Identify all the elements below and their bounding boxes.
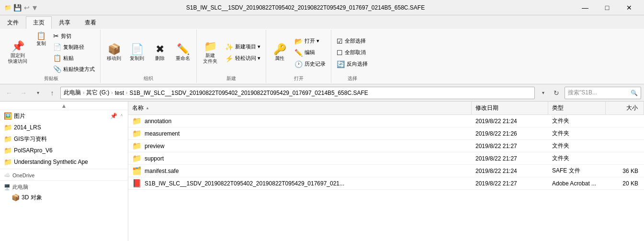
col-header-date[interactable]: 修改日期 [472, 102, 548, 115]
select-none-button[interactable]: ☐ 全部取消 [334, 47, 370, 58]
easy-access-button[interactable]: ⚡ 轻松访问 ▾ [223, 53, 263, 64]
file-item-manifest[interactable]: 🗂️ manifest.safe 2019/8/22 21:24 SAFE 文件… [128, 165, 644, 177]
sidebar-section-thispc[interactable]: 🖥️ 此电脑 [0, 182, 128, 192]
history-button[interactable]: 🕐 历史记录 [292, 59, 328, 69]
new-folder-icon: 📁 [204, 41, 217, 52]
window-title: S1B_IW_SLC__1SDV_20190822T095402_2019082… [37, 4, 574, 11]
file-name-measurement: measurement [145, 130, 180, 137]
computer-icon: 🖥️ [4, 184, 11, 190]
refresh-button[interactable]: ↻ [550, 87, 563, 99]
close-button[interactable]: ✕ [618, 0, 640, 15]
sidebar-section-onedrive[interactable]: ☁️ OneDrive [0, 170, 128, 179]
file-name-pdf: S1B_IW_SLC__1SDV_20190822T095402_2019082… [145, 180, 344, 187]
organize-buttons: 📦 移动到 📄 复制到 ✖ 删除 ✏️ 重命名 [103, 31, 193, 74]
delete-button[interactable]: ✖ 删除 [149, 43, 170, 63]
col-header-type[interactable]: 类型 [548, 102, 606, 115]
sidebar-item-understanding[interactable]: 📁 Understanding Synthetic Ape [0, 156, 128, 168]
chevron-icon: ＾ [119, 113, 124, 119]
back-button[interactable]: ← [3, 87, 15, 99]
file-item-support[interactable]: 📁 support 2019/8/22 21:27 文件夹 [128, 152, 644, 165]
file-name-annotation: annotation [145, 118, 171, 125]
scroll-up-indicator[interactable]: ▲ [0, 102, 128, 110]
pin-to-quick-access-button[interactable]: 📌 固定到快速访问 [5, 40, 31, 66]
ribbon-group-clipboard: 📌 固定到快速访问 📋 复制 ✂ 剪切 [2, 30, 101, 83]
sidebar-item-gis[interactable]: 📁 GIS学习资料 [0, 133, 128, 145]
sidebar-item-3d[interactable]: 📦 3D 对象 [0, 192, 128, 203]
rename-button[interactable]: ✏️ 重命名 [172, 43, 193, 63]
forward-button[interactable]: → [17, 87, 30, 99]
invert-selection-button[interactable]: 🔄 反向选择 [334, 59, 370, 69]
sidebar-divider-1 [0, 169, 128, 169]
file-item-preview[interactable]: 📁 preview 2019/8/22 21:27 文件夹 [128, 140, 644, 152]
sidebar-item-2014lrs[interactable]: 📁 2014_LRS [0, 122, 128, 133]
file-date-support: 2019/8/22 21:27 [472, 155, 548, 162]
copy-path-button[interactable]: 📄 复制路径 [51, 42, 97, 52]
delete-icon: ✖ [156, 44, 164, 55]
cut-button[interactable]: ✂ 剪切 [51, 31, 97, 41]
breadcrumb-test[interactable]: test [115, 90, 124, 96]
pin-icon[interactable]: 📌 [110, 113, 117, 119]
file-item-annotation[interactable]: 📁 annotation 2019/8/22 21:24 文件夹 [128, 115, 644, 127]
recent-locations-button[interactable]: ▾ [32, 87, 44, 99]
sidebar-item-polsarpro[interactable]: 📁 PolSARpro_V6 [0, 145, 128, 156]
paste-shortcut-button[interactable]: 📎 粘贴快捷方式 [51, 64, 97, 74]
col-header-name[interactable]: 名称 ▲ [128, 102, 472, 115]
dropdown-arrow[interactable]: ▾ [33, 2, 37, 13]
file-name-manifest: manifest.safe [145, 168, 179, 174]
paste-button[interactable]: 📋 粘贴 [51, 53, 97, 63]
open-buttons: 🔑 属性 📂 打开 ▾ ✏️ 编辑 🕐 历史记录 [269, 31, 328, 74]
minimize-button[interactable]: — [574, 0, 596, 15]
file-item-measurement[interactable]: 📁 measurement 2019/8/22 21:26 文件夹 [128, 127, 644, 140]
breadcrumb-g[interactable]: 其它 (G:) [86, 89, 109, 97]
file-list-header: 名称 ▲ 修改日期 类型 大小 [128, 102, 644, 115]
sidebar-item-pictures[interactable]: 🖼️ 图片 📌 ＾ [0, 110, 128, 122]
copy-path-icon: 📄 [53, 43, 61, 51]
tab-file[interactable]: 文件 [0, 16, 26, 29]
up-button[interactable]: ↑ [46, 87, 58, 99]
new-item-button[interactable]: ✨ 新建项目 ▾ [223, 42, 263, 52]
move-to-button[interactable]: 📦 移动到 [103, 43, 124, 63]
new-group-label: 新建 [226, 74, 236, 82]
maximize-button[interactable]: □ [596, 0, 618, 15]
clipboard-group-label: 剪贴板 [44, 74, 58, 82]
ribbon-group-select: ☑ 全部选择 ☐ 全部取消 🔄 反向选择 选择 [331, 30, 373, 83]
sidebar-label-understanding: Understanding Synthetic Ape [14, 159, 124, 165]
tab-home[interactable]: 主页 [26, 16, 52, 29]
title-bar: 📁 💾 ↩ ▾ S1B_IW_SLC__1SDV_20190822T095402… [0, 0, 644, 15]
safe-file-icon: 🗂️ [132, 166, 142, 175]
onedrive-label: OneDrive [12, 172, 34, 178]
folder-icon-polsar: 📁 [4, 147, 12, 154]
pdf-icon: 📕 [132, 179, 142, 188]
open-group-label: 打开 [294, 74, 304, 82]
open-button[interactable]: 📂 打开 ▾ [292, 36, 328, 46]
tab-view[interactable]: 查看 [78, 16, 103, 29]
address-path[interactable]: 此电脑 › 其它 (G:) › test › S1B_IW_SLC__1SDV_… [60, 87, 535, 99]
pictures-icon: 🖼️ [4, 112, 12, 120]
dropdown-path-button[interactable]: ▾ [537, 87, 549, 99]
properties-button[interactable]: 🔑 属性 [269, 43, 290, 63]
new-folder-button[interactable]: 📁 新建文件夹 [200, 40, 221, 66]
select-all-button[interactable]: ☑ 全部选择 [334, 36, 370, 46]
select-none-icon: ☐ [337, 49, 343, 57]
file-list: 名称 ▲ 修改日期 类型 大小 📁 annotation 2019/8/22 2… [128, 102, 644, 241]
organize-group-label: 组织 [144, 74, 153, 82]
edit-button[interactable]: ✏️ 编辑 [292, 47, 328, 58]
select-group-label: 选择 [348, 74, 357, 82]
copy-button[interactable]: 📋 复制 [33, 31, 50, 74]
clipboard-large-buttons: 📌 固定到快速访问 📋 复制 ✂ 剪切 [5, 31, 97, 74]
file-size-manifest: 36 KB [606, 168, 644, 174]
search-box[interactable]: 搜索"S1B... 🔍 [565, 87, 641, 99]
title-bar-controls: — □ ✕ [574, 0, 640, 15]
copy-to-button[interactable]: 📄 复制到 [126, 43, 147, 63]
col-header-size[interactable]: 大小 [606, 102, 644, 115]
file-size-pdf: 20 KB [606, 180, 644, 187]
address-bar: ← → ▾ ↑ 此电脑 › 其它 (G:) › test › S1B_IW_SL… [0, 84, 644, 102]
breadcrumb-pc[interactable]: 此电脑 [64, 89, 81, 97]
breadcrumb-safe[interactable]: S1B_IW_SLC__1SDV_20190822T095402_2019082… [129, 90, 368, 96]
window-icon: 📁 [4, 4, 11, 11]
file-type-manifest: SAFE 文件 [548, 167, 606, 175]
sort-asc-icon: ▲ [146, 106, 149, 110]
file-item-pdf[interactable]: 📕 S1B_IW_SLC__1SDV_20190822T095402_20190… [128, 177, 644, 190]
tab-share[interactable]: 共享 [52, 16, 78, 29]
3d-icon: 📦 [11, 194, 20, 201]
